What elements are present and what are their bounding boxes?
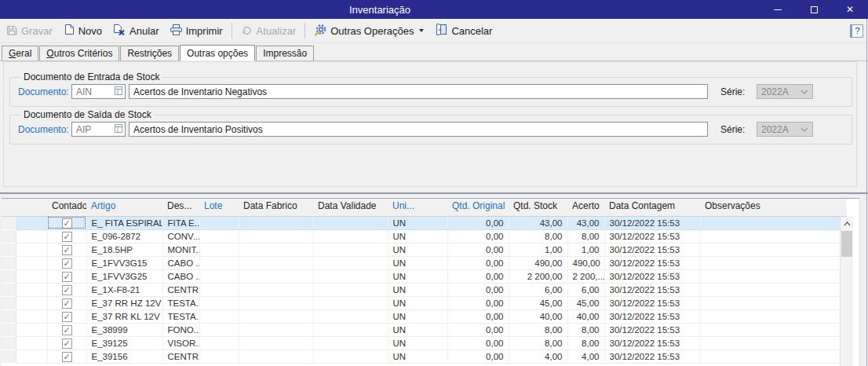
column-header-des[interactable]: Des...	[162, 199, 199, 216]
cell-lote[interactable]	[199, 323, 239, 336]
cell-data_fabrico[interactable]	[239, 309, 313, 323]
cell-data_contagem[interactable]: 30/12/2022 15:53	[604, 229, 700, 243]
cell-lote[interactable]	[199, 243, 239, 256]
cell-observacoes[interactable]	[700, 296, 847, 309]
cell-qtd_stock[interactable]: 6,00	[509, 283, 567, 296]
cell-data_contagem[interactable]: 30/12/2022 15:53	[604, 283, 700, 296]
contado-cell[interactable]: ✓	[47, 323, 86, 336]
cell-data_contagem[interactable]: 30/12/2022 15:53	[604, 243, 700, 256]
cell-lote[interactable]	[199, 283, 239, 296]
table-row[interactable]: ✓E_1X-F8-21CENTR...UN0,006,006,0030/12/2…	[2, 283, 847, 296]
cell-qtd_stock[interactable]: 490,00	[509, 256, 567, 269]
cell-artigo[interactable]: E_1FVV3G15	[86, 256, 162, 269]
cell-des[interactable]: FITA E...	[162, 216, 199, 229]
cell-acerto[interactable]: 1,00	[567, 243, 604, 256]
contado-checkbox[interactable]: ✓	[62, 339, 72, 349]
cell-des[interactable]: CENTR...	[162, 350, 199, 363]
contado-cell[interactable]: ✓	[47, 216, 86, 229]
contado-cell[interactable]: ✓	[47, 229, 86, 243]
cell-uni[interactable]: UN	[388, 243, 447, 256]
cell-data_contagem[interactable]: 30/12/2022 15:53	[604, 336, 700, 350]
contado-checkbox[interactable]: ✓	[62, 285, 72, 295]
table-row[interactable]: ✓E_096-2872CONV...UN0,008,008,0030/12/20…	[2, 229, 847, 243]
new-button[interactable]: Novo	[58, 20, 108, 41]
cell-artigo[interactable]: E_1X-F8-21	[86, 283, 162, 296]
cell-uni[interactable]: UN	[388, 269, 447, 283]
scroll-up-button[interactable]	[841, 217, 853, 230]
cell-artigo[interactable]: E_18.5HP	[86, 243, 162, 256]
tab-restricoes[interactable]: Restrições	[120, 46, 179, 60]
cell-artigo[interactable]: E_38999	[86, 323, 162, 336]
column-header-artigo[interactable]: Artigo	[86, 199, 162, 216]
serie-entrada-select[interactable]: 2022A	[757, 84, 813, 99]
contado-checkbox[interactable]: ✓	[62, 298, 72, 309]
cell-qtd_original[interactable]: 0,00	[447, 336, 509, 350]
cell-observacoes[interactable]	[700, 243, 847, 256]
cell-lote[interactable]	[199, 336, 239, 350]
cell-lote[interactable]	[199, 229, 239, 243]
cell-uni[interactable]: UN	[388, 216, 447, 229]
cell-qtd_stock[interactable]: 45,00	[509, 296, 567, 309]
cell-artigo[interactable]: E_37 RR KL 12V	[86, 309, 162, 323]
cell-des[interactable]: FONO...	[162, 323, 199, 336]
cell-qtd_stock[interactable]: 40,00	[509, 309, 567, 323]
cell-uni[interactable]: UN	[388, 256, 447, 269]
cell-des[interactable]: TESTA...	[162, 309, 199, 323]
cell-acerto[interactable]: 40,00	[567, 309, 604, 323]
cell-uni[interactable]: UN	[388, 350, 447, 363]
cell-qtd_original[interactable]: 0,00	[447, 350, 509, 363]
cell-data_contagem[interactable]: 30/12/2022 15:53	[604, 323, 700, 336]
table-row[interactable]: ✓E_39125VISOR...UN0,008,008,0030/12/2022…	[2, 336, 847, 350]
table-row[interactable]: ✓E_18.5HPMONIT...UN0,001,001,0030/12/202…	[2, 243, 847, 256]
cell-observacoes[interactable]	[700, 283, 847, 296]
column-header-lote[interactable]: Lote	[199, 199, 239, 216]
cell-qtd_stock[interactable]: 8,00	[509, 336, 567, 350]
cell-lote[interactable]	[199, 350, 239, 363]
contado-cell[interactable]: ✓	[47, 350, 86, 363]
close-button[interactable]: ✕	[832, 0, 868, 19]
cell-observacoes[interactable]	[700, 309, 847, 323]
cell-des[interactable]: CENTR...	[162, 283, 199, 296]
cell-data_validade[interactable]	[313, 296, 388, 309]
vertical-scrollbar[interactable]	[840, 217, 853, 366]
cell-acerto[interactable]: 43,00	[567, 216, 604, 229]
cell-qtd_stock[interactable]: 4,00	[509, 350, 567, 363]
cell-uni[interactable]: UN	[388, 309, 447, 323]
column-header-acerto[interactable]: Acerto	[567, 199, 604, 216]
cell-data_validade[interactable]	[313, 216, 388, 229]
scroll-thumb[interactable]	[841, 231, 852, 257]
cell-data_validade[interactable]	[313, 269, 388, 283]
cell-des[interactable]: VISOR...	[162, 336, 199, 350]
contado-cell[interactable]: ✓	[47, 269, 86, 283]
cell-qtd_original[interactable]: 0,00	[447, 309, 509, 323]
contado-checkbox[interactable]: ✓	[62, 232, 72, 242]
tab-outras-opcoes[interactable]: Outras opções	[180, 45, 255, 61]
documento-entrada-input[interactable]: AIN	[71, 84, 126, 99]
cell-qtd_stock[interactable]: 8,00	[509, 229, 567, 243]
cell-observacoes[interactable]	[700, 256, 847, 269]
cell-acerto[interactable]: 6,00	[567, 283, 604, 296]
cell-acerto[interactable]: 8,00	[567, 323, 604, 336]
cell-observacoes[interactable]	[700, 216, 847, 229]
cell-data_contagem[interactable]: 30/12/2022 15:53	[604, 309, 700, 323]
lookup-icon[interactable]	[115, 123, 123, 137]
cell-data_validade[interactable]	[313, 336, 388, 350]
cell-lote[interactable]	[199, 296, 239, 309]
column-header-data_fabrico[interactable]: Data Fabrico	[239, 199, 313, 216]
contado-cell[interactable]: ✓	[47, 283, 86, 296]
cell-qtd_original[interactable]: 0,00	[447, 243, 509, 256]
cell-artigo[interactable]: E_096-2872	[86, 229, 162, 243]
cell-des[interactable]: MONIT...	[162, 243, 199, 256]
cell-acerto[interactable]: 45,00	[567, 296, 604, 309]
cell-artigo[interactable]: E_39125	[86, 336, 162, 350]
cell-data_fabrico[interactable]	[239, 336, 313, 350]
cell-des[interactable]: CABO ...	[162, 269, 199, 283]
cell-qtd_stock[interactable]: 1,00	[509, 243, 567, 256]
cell-artigo[interactable]: E_37 RR HZ 12V	[86, 296, 162, 309]
cell-data_contagem[interactable]: 30/12/2022 15:53	[604, 269, 700, 283]
cell-data_fabrico[interactable]	[239, 323, 313, 336]
documento-saida-input[interactable]: AIP	[71, 122, 126, 137]
contado-checkbox[interactable]: ✓	[62, 312, 72, 322]
cell-data_fabrico[interactable]	[239, 256, 313, 269]
cell-qtd_stock[interactable]: 43,00	[509, 216, 567, 229]
